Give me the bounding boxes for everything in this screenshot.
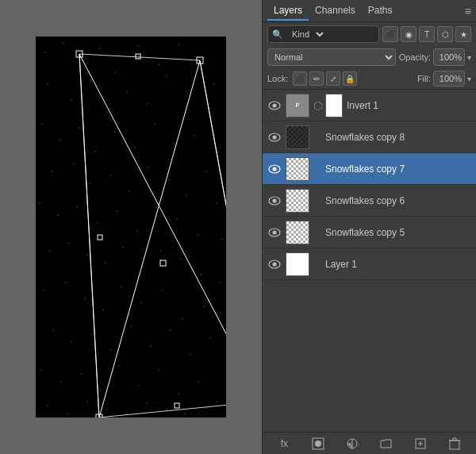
layer-thumb-invert1: F [286, 94, 309, 117]
svg-point-79 [61, 382, 62, 383]
opacity-input[interactable] [433, 48, 465, 66]
svg-point-26 [155, 124, 155, 125]
svg-point-62 [103, 310, 104, 311]
trash-icon [449, 437, 460, 450]
svg-point-59 [44, 290, 44, 291]
svg-point-23 [95, 152, 96, 152]
layer-item-layer1[interactable]: Layer 1 [263, 248, 476, 280]
lock-all-icon[interactable]: 🔒 [343, 71, 357, 86]
kind-select[interactable]: Kind [286, 25, 326, 43]
fill-input[interactable] [433, 71, 465, 87]
tab-paths[interactable]: Paths [362, 2, 399, 21]
svg-point-19 [210, 108, 211, 109]
layer-item-snowflakes5[interactable]: Snowflakes copy 5 [263, 217, 476, 248]
svg-point-118 [273, 198, 277, 202]
add-style-button[interactable]: fx [275, 435, 293, 452]
layer-item-invert1[interactable]: F ⬡ Invert 1 [263, 90, 476, 121]
opacity-arrow-icon[interactable]: ▾ [467, 53, 471, 62]
filter-shape-icon[interactable]: ⬡ [437, 26, 453, 42]
svg-point-42 [98, 223, 98, 224]
svg-point-44 [137, 231, 138, 232]
svg-point-78 [40, 370, 41, 371]
svg-point-67 [204, 306, 205, 307]
layer-name-layer1: Layer 1 [325, 259, 471, 270]
panels-area: Layers Channels Paths ≡ 🔍 Kind ⬛ ◉ T ⬡ ★… [262, 0, 476, 454]
visibility-icon-snowflakes7[interactable] [267, 162, 282, 176]
new-group-button[interactable] [378, 435, 395, 452]
layer-thumb-layer1 [286, 252, 309, 276]
opacity-group: Opacity: ▾ [399, 48, 471, 66]
svg-point-61 [85, 298, 86, 299]
layer-item-snowflakes6[interactable]: Snowflakes copy 6 [263, 185, 476, 217]
search-box: 🔍 Kind [267, 25, 379, 43]
svg-point-72 [111, 350, 112, 351]
filter-adjust-icon[interactable]: ◉ [401, 26, 416, 42]
svg-point-15 [127, 92, 128, 93]
svg-rect-129 [450, 441, 459, 449]
search-icon: 🔍 [272, 29, 283, 40]
svg-point-60 [66, 283, 67, 283]
opacity-label: Opacity: [399, 52, 431, 62]
svg-point-120 [273, 230, 277, 234]
canvas-area [0, 0, 262, 454]
svg-point-50 [69, 243, 70, 244]
delete-layer-button[interactable] [446, 435, 463, 452]
bottom-toolbar: fx [263, 432, 476, 454]
layer-item-snowflakes8[interactable]: Snowflakes copy 8 [263, 121, 476, 153]
blend-mode-select[interactable]: Normal Dissolve Multiply Screen Overlay [267, 48, 396, 66]
visibility-icon-snowflakes8[interactable] [267, 130, 282, 144]
canvas-container [36, 37, 226, 417]
tab-layers[interactable]: Layers [267, 2, 309, 21]
svg-point-28 [194, 136, 195, 137]
svg-point-16 [147, 104, 148, 105]
folder-icon [380, 437, 393, 450]
visibility-icon-invert1[interactable] [267, 98, 282, 113]
svg-point-54 [143, 267, 144, 267]
layer-thumb-snowflakes6 [286, 189, 309, 213]
svg-point-24 [115, 132, 116, 133]
lock-paint-icon[interactable]: ✏ [309, 71, 324, 86]
lock-row: Lock: ⬛ ✏ ⤢ 🔒 Fill: ▾ [263, 68, 476, 90]
svg-point-94 [167, 410, 167, 410]
mask-icon [312, 437, 324, 450]
svg-point-13 [91, 80, 92, 81]
filter-smart-icon[interactable]: ★ [455, 26, 471, 42]
layer-item-snowflakes7[interactable]: Snowflakes copy 7 [263, 153, 476, 185]
svg-point-112 [273, 103, 277, 107]
svg-point-17 [167, 76, 167, 77]
svg-point-55 [161, 251, 162, 252]
lock-move-icon[interactable]: ⤢ [326, 71, 340, 86]
panel-options-icon[interactable]: ≡ [465, 5, 471, 17]
new-layer-button[interactable] [412, 435, 429, 452]
visibility-icon-layer1[interactable] [267, 257, 282, 271]
new-adjustment-button[interactable] [344, 435, 361, 452]
lock-pixels-icon[interactable]: ⬛ [293, 71, 307, 86]
svg-point-47 [198, 235, 199, 236]
fill-arrow-icon[interactable]: ▾ [467, 75, 471, 83]
add-mask-button[interactable] [309, 435, 327, 452]
tab-channels[interactable]: Channels [309, 2, 362, 21]
filter-pixel-icon[interactable]: ⬛ [382, 26, 398, 42]
filter-text-icon[interactable]: T [419, 26, 435, 42]
svg-point-88 [48, 406, 48, 406]
svg-point-95 [185, 414, 186, 414]
svg-point-6 [139, 46, 140, 47]
svg-point-87 [217, 402, 217, 402]
visibility-icon-snowflakes6[interactable] [267, 194, 282, 208]
blend-mode-row: Normal Dissolve Multiply Screen Overlay … [263, 46, 476, 68]
svg-point-81 [101, 390, 102, 391]
svg-point-3 [82, 60, 83, 61]
layer-mask-invert1 [325, 94, 343, 117]
filter-icons: ⬛ ◉ T ⬡ ★ [382, 26, 471, 42]
svg-point-64 [141, 302, 142, 303]
svg-point-12 [71, 100, 72, 101]
svg-point-20 [42, 124, 43, 125]
svg-point-25 [135, 148, 136, 148]
svg-point-52 [106, 263, 106, 264]
svg-point-58 [222, 239, 223, 240]
visibility-icon-snowflakes5[interactable] [267, 225, 282, 240]
svg-point-2 [63, 43, 64, 44]
layer-thumb-snowflakes5 [286, 221, 309, 244]
svg-point-8 [178, 44, 179, 45]
svg-point-48 [217, 203, 217, 204]
